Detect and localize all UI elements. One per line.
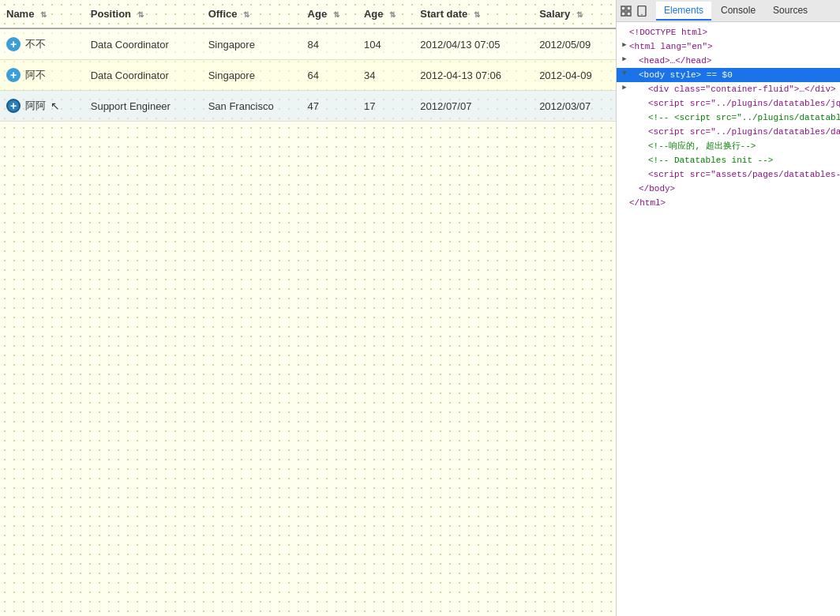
sort-icon-start-date: ⇅ (474, 10, 480, 19)
code-content: </html> (629, 198, 666, 208)
code-content: <!-- <script src="../plugins/datatabl (648, 113, 840, 122)
cell-age1: 47 (302, 91, 358, 122)
code-content: <head>…</head> (639, 56, 711, 66)
sort-icon-name: ⇅ (40, 10, 47, 19)
expand-button[interactable]: + (6, 68, 21, 82)
cell-name-text: 阿阿 (25, 99, 46, 113)
col-age2[interactable]: Age ⇅ (358, 0, 414, 28)
col-start-date[interactable]: Start date ⇅ (414, 0, 533, 28)
code-content: <html lang="en"> (629, 42, 713, 51)
code-line[interactable]: </body> (617, 182, 840, 196)
cell-salary: 2012/03/07 (533, 91, 616, 122)
code-content: </body> (639, 184, 675, 193)
cell-office: Singapore (202, 60, 302, 91)
cell-age2: 17 (358, 91, 414, 122)
code-arrow-icon[interactable] (620, 126, 629, 135)
cell-start_date: 2012/04/13 07:05 (414, 28, 533, 60)
svg-rect-2 (621, 12, 625, 16)
mobile-icon[interactable] (636, 5, 648, 17)
code-content: <div class="container-fluid">…</div> (648, 85, 836, 94)
devtools-panel: Elements Console Sources <!DOCTYPE html>… (616, 0, 840, 616)
col-office[interactable]: Office ⇅ (202, 0, 302, 28)
svg-rect-0 (621, 6, 625, 10)
code-line[interactable]: <!-- Datatables init --> (617, 153, 840, 167)
col-age1[interactable]: Age ⇅ (302, 0, 358, 28)
cell-age2: 34 (358, 60, 414, 91)
devtools-icons (620, 5, 648, 17)
code-arrow-icon[interactable] (620, 69, 629, 78)
cell-office: San Francisco (202, 91, 302, 122)
code-line[interactable]: <script src="../plugins/datatables/da (617, 125, 840, 139)
col-position[interactable]: Position ⇅ (84, 0, 202, 28)
devtools-tab-bar: Elements Console Sources (617, 0, 840, 22)
code-content: <script src="../plugins/datatables/da (648, 127, 840, 137)
code-content: <!--响应的, 超出换行--> (648, 141, 756, 151)
code-line[interactable]: <!--响应的, 超出换行--> (617, 139, 840, 153)
code-content: <script src="assets/pages/datatables- (648, 170, 840, 179)
code-arrow-icon[interactable] (620, 168, 629, 178)
col-age1-label: Age (308, 8, 328, 20)
code-line[interactable]: <body style> == $0 (617, 68, 840, 82)
code-arrow-icon[interactable] (620, 26, 629, 36)
code-arrow-icon[interactable] (620, 111, 629, 121)
svg-point-5 (641, 13, 643, 15)
code-content: <!-- Datatables init --> (648, 156, 773, 165)
code-line[interactable]: <html lang="en"> (617, 39, 840, 54)
col-age2-label: Age (364, 8, 384, 20)
table-body: +不不Data CoordinatorSingapore841042012/04… (0, 28, 616, 122)
code-content: <body style> == $0 (639, 70, 733, 80)
svg-rect-3 (627, 12, 631, 16)
col-name-label: Name (6, 8, 34, 20)
code-arrow-icon[interactable] (620, 140, 629, 149)
code-arrow-icon[interactable] (620, 83, 629, 92)
tab-console[interactable]: Console (713, 2, 763, 21)
code-arrow-icon[interactable] (620, 97, 629, 107)
cursor-icon: ↖ (51, 100, 60, 112)
cell-age1: 64 (302, 60, 358, 91)
sort-icon-office: ⇅ (243, 10, 249, 19)
tab-elements[interactable]: Elements (656, 2, 711, 21)
col-office-label: Office (208, 8, 238, 20)
tab-sources[interactable]: Sources (765, 2, 816, 21)
cell-position: Data Coordinator (84, 28, 202, 60)
cell-name-text: 阿不 (25, 68, 46, 82)
expand-button[interactable]: + (6, 37, 21, 51)
code-arrow-icon[interactable] (620, 182, 629, 192)
sort-icon-age1: ⇅ (333, 10, 339, 19)
expand-button[interactable]: + (6, 99, 21, 113)
col-name[interactable]: Name ⇅ (0, 0, 84, 28)
inspect-icon[interactable] (620, 5, 632, 17)
code-line[interactable]: <script src="assets/pages/datatables- (617, 167, 840, 182)
cell-name: +阿阿↖ (0, 91, 84, 122)
code-arrow-icon[interactable] (620, 197, 629, 206)
devtools-content: <!DOCTYPE html><html lang="en"><head>…</… (617, 22, 840, 616)
cell-name-text: 不不 (25, 37, 46, 51)
col-salary[interactable]: Salary ⇅ (533, 0, 616, 28)
cell-name: +不不 (0, 28, 84, 60)
col-position-label: Position (91, 8, 131, 20)
code-content: <!DOCTYPE html> (629, 28, 707, 37)
cell-name: +阿不 (0, 60, 84, 91)
cell-salary: 2012-04-09 (533, 60, 616, 91)
cell-salary: 2012/05/09 (533, 28, 616, 60)
code-line[interactable]: <script src="../plugins/datatables/jq (617, 96, 840, 111)
cell-position: Support Engineer (84, 91, 202, 122)
table-header-row: Name ⇅ Position ⇅ Office ⇅ Age ⇅ Age ⇅ (0, 0, 616, 28)
table-row: +不不Data CoordinatorSingapore841042012/04… (0, 28, 616, 60)
code-line[interactable]: <!DOCTYPE html> (617, 25, 840, 39)
code-arrow-icon[interactable] (620, 54, 629, 64)
cell-start_date: 2012/07/07 (414, 91, 533, 122)
code-line[interactable]: </html> (617, 196, 840, 210)
cell-age2: 104 (358, 28, 414, 60)
svg-rect-1 (627, 6, 631, 10)
cell-office: Singapore (202, 28, 302, 60)
sort-icon-salary: ⇅ (576, 10, 583, 19)
code-arrow-icon[interactable] (620, 154, 629, 163)
code-line[interactable]: <!-- <script src="../plugins/datatabl (617, 111, 840, 125)
code-arrow-icon[interactable] (620, 40, 629, 50)
sort-icon-age2: ⇅ (389, 10, 396, 19)
code-line[interactable]: <div class="container-fluid">…</div> (617, 82, 840, 96)
data-table: Name ⇅ Position ⇅ Office ⇅ Age ⇅ Age ⇅ (0, 0, 616, 122)
table-panel: Name ⇅ Position ⇅ Office ⇅ Age ⇅ Age ⇅ (0, 0, 616, 616)
code-line[interactable]: <head>…</head> (617, 54, 840, 68)
